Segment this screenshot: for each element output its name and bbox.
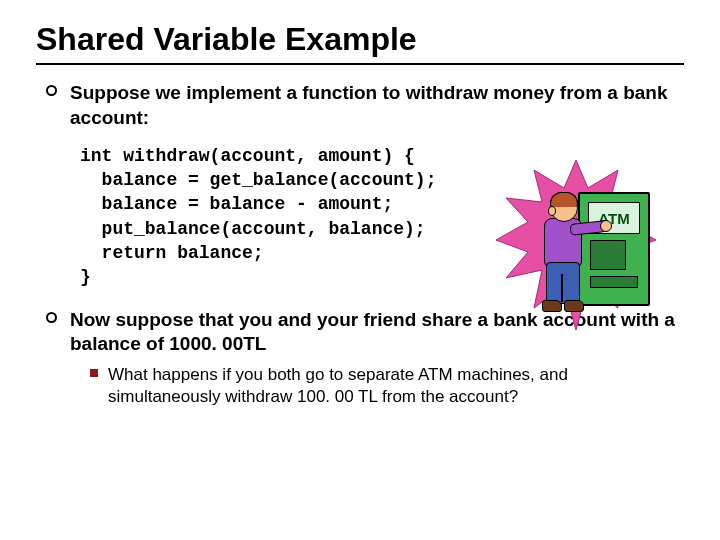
atm-illustration: ATM (496, 160, 656, 330)
bullet-1-text: Suppose we implement a function to withd… (70, 82, 668, 127)
sub-bullet-1-text: What happens if you both go to separate … (108, 365, 568, 406)
slide: Shared Variable Example Suppose we imple… (0, 0, 720, 540)
person-icon (530, 194, 600, 314)
title-underline (36, 63, 684, 65)
bullet-1: Suppose we implement a function to withd… (46, 81, 684, 130)
square-bullet-icon (90, 369, 98, 377)
slide-title: Shared Variable Example (36, 22, 684, 57)
ring-bullet-icon (46, 312, 57, 323)
sub-bullet-list: What happens if you both go to separate … (70, 364, 684, 408)
bullet-list: Suppose we implement a function to withd… (36, 81, 684, 130)
sub-bullet-1: What happens if you both go to separate … (90, 364, 684, 408)
ring-bullet-icon (46, 85, 57, 96)
